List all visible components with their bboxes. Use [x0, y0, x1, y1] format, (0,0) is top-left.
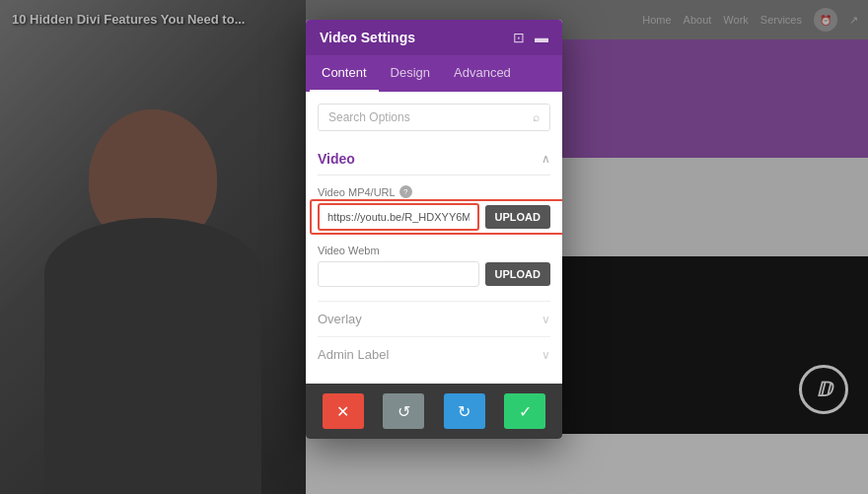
- modal-body: Search Options ⌕ Video ∧ Video MP4/URL ?…: [306, 92, 562, 384]
- video-webm-input-row: UPLOAD: [318, 261, 550, 287]
- cancel-button[interactable]: ✕: [323, 393, 364, 429]
- overlay-label: Overlay: [318, 312, 362, 326]
- modal-footer: ✕ ↺ ↻ ✓: [306, 384, 562, 439]
- modal-collapse-icon[interactable]: ▬: [535, 30, 548, 45]
- modal-header-icons: ⊡ ▬: [513, 30, 548, 45]
- admin-label-section[interactable]: Admin Label ∨: [318, 336, 550, 372]
- video-webm-field-group: Video Webm UPLOAD: [318, 245, 550, 287]
- tab-design[interactable]: Design: [379, 55, 442, 92]
- tab-content[interactable]: Content: [310, 55, 379, 92]
- video-section-header[interactable]: Video ∧: [318, 143, 550, 176]
- admin-label-chevron-icon: ∨: [542, 348, 550, 362]
- modal-tabs: Content Design Advanced: [306, 55, 562, 92]
- video-mp4-input[interactable]: [318, 203, 479, 231]
- video-mp4-upload-button[interactable]: UPLOAD: [485, 205, 550, 229]
- modal-header: Video Settings ⊡ ▬: [306, 20, 562, 55]
- tab-advanced[interactable]: Advanced: [442, 55, 523, 92]
- video-webm-input[interactable]: [318, 261, 479, 287]
- overlay-chevron-icon: ∨: [542, 313, 550, 326]
- video-settings-modal: Video Settings ⊡ ▬ Content Design Advanc…: [306, 20, 562, 439]
- video-mp4-input-row: UPLOAD: [318, 203, 550, 231]
- search-bar[interactable]: Search Options ⌕: [318, 104, 550, 131]
- search-icon: ⌕: [533, 110, 540, 124]
- admin-label-text: Admin Label: [318, 347, 389, 362]
- search-placeholder-text: Search Options: [328, 110, 410, 124]
- undo-button[interactable]: ↺: [383, 393, 424, 429]
- video-mp4-input-wrapper: ➜ UPLOAD: [318, 203, 550, 231]
- modal-expand-icon[interactable]: ⊡: [513, 30, 525, 45]
- section-collapse-icon[interactable]: ∧: [542, 152, 550, 166]
- confirm-button[interactable]: ✓: [504, 393, 545, 429]
- video-webm-label: Video Webm: [318, 245, 550, 256]
- video-mp4-help-icon[interactable]: ?: [399, 185, 412, 198]
- video-mp4-label: Video MP4/URL ?: [318, 185, 550, 198]
- video-mp4-field-group: Video MP4/URL ? ➜ UPLOAD: [318, 185, 550, 231]
- video-section-title: Video: [318, 151, 355, 167]
- video-webm-upload-button[interactable]: UPLOAD: [485, 262, 550, 286]
- modal-overlay: Video Settings ⊡ ▬ Content Design Advanc…: [0, 0, 868, 494]
- modal-title: Video Settings: [320, 30, 415, 45]
- redo-button[interactable]: ↻: [444, 393, 485, 429]
- overlay-section[interactable]: Overlay ∨: [318, 301, 550, 336]
